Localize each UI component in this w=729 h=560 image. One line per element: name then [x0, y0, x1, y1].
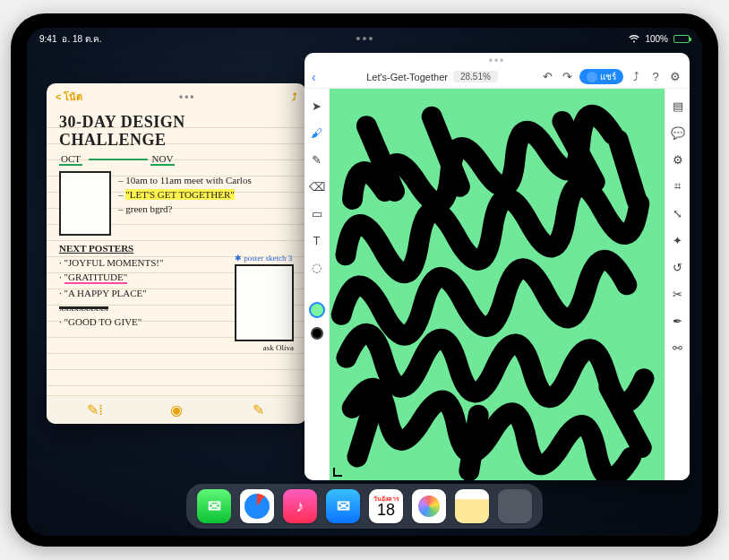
adjust-icon[interactable]: ⚙ [670, 151, 686, 168]
canvas-viewport[interactable] [330, 89, 665, 480]
app-folder[interactable] [498, 489, 532, 523]
cut-icon[interactable]: ✂ [670, 286, 686, 302]
notes-window[interactable]: < โน้ต ••• ⤴ 30-DAY DESIGN CHALLENGE OCT… [47, 83, 306, 424]
timeline-bar [89, 159, 148, 160]
handwriting-tool-icon[interactable]: ✎⁞ [85, 401, 105, 418]
notes-toolbar: ✎⁞ ◉ ✎ [47, 395, 306, 424]
notes-titlebar: < โน้ต ••• ⤴ [47, 83, 306, 107]
color-swatch-black[interactable] [311, 327, 323, 340]
compass-icon [244, 494, 270, 519]
photos-flower-icon [418, 495, 440, 517]
wifi-icon [629, 35, 639, 43]
status-date: อ. 18 ต.ค. [62, 32, 101, 46]
pen-icon[interactable]: ✒ [670, 313, 686, 329]
ipad-device-frame: 9:41 อ. 18 ต.ค. ••• 100% < โน้ต ••• ⤴ 30… [11, 13, 718, 547]
eraser-tool-icon[interactable]: ⌫ [309, 178, 325, 194]
left-tool-column: ➤ 🖌 ✎ ⌫ ▭ T ◌ [304, 89, 330, 480]
status-time: 9:41 [39, 34, 56, 44]
straighten-icon[interactable]: ↺ [670, 259, 686, 275]
multitask-indicator[interactable]: ••• [356, 31, 375, 46]
transform-icon[interactable]: ⤡ [670, 205, 686, 221]
poster-scratched: xxxxxxxxxx [59, 302, 229, 313]
dock: ✉ ♪ ✉ วันอังคาร 18 [186, 484, 543, 529]
lasso-tool-icon[interactable]: ◌ [309, 259, 325, 275]
color-swatch-green[interactable] [311, 304, 323, 316]
status-bar: 9:41 อ. 18 ต.ค. ••• 100% [27, 28, 702, 47]
note-title-line1: 30-DAY DESIGN [59, 114, 294, 130]
app-safari[interactable] [240, 489, 274, 523]
brush-tool-icon[interactable]: 🖌 [309, 125, 325, 141]
settings-icon[interactable]: ⚙ [668, 70, 682, 83]
screen: 9:41 อ. 18 ต.ค. ••• 100% < โน้ต ••• ⤴ 30… [27, 28, 702, 536]
artwork-canvas[interactable] [330, 89, 665, 480]
bullet-together: "LET'S GET TOGETHER" [125, 189, 235, 200]
sketch-footer: ask Oliva [235, 343, 294, 352]
poster-gratitude: "GRATITUDE" [64, 271, 128, 284]
month-from: OCT [59, 153, 82, 166]
shape-tool-icon[interactable]: ▭ [309, 205, 325, 221]
back-to-notes[interactable]: < โน้ต [56, 89, 82, 105]
calendar-day: 18 [377, 502, 395, 518]
sketch-label: poster sketch 3 [244, 254, 292, 263]
camera-icon[interactable]: ◉ [167, 401, 186, 418]
right-tool-column: ▤ 💬 ⚙ ⌗ ⤡ ✦ ↺ ✂ ✒ ⚯ [665, 89, 690, 480]
markup-icon[interactable]: ✎ [248, 401, 268, 418]
bullet-bg: green bgrd? [125, 203, 172, 214]
resize-handle-icon[interactable] [333, 464, 346, 477]
note-canvas[interactable]: 30-DAY DESIGN CHALLENGE OCT NOV – 10am t… [47, 107, 306, 395]
lettering-artwork [330, 89, 665, 480]
poster-happy: "A HAPPY PLACE" [64, 288, 147, 298]
layers-icon[interactable]: ▤ [670, 98, 686, 114]
move-tool-icon[interactable]: ➤ [309, 98, 325, 114]
poster-sketch-2 [235, 264, 294, 341]
design-app-window[interactable]: ••• ‹ Let's-Get-Together 28.51% ↶ ↷ แชร์… [304, 53, 690, 480]
app-photos[interactable] [412, 489, 446, 523]
back-icon[interactable]: ‹ [312, 70, 324, 84]
poster-sketch-1 [59, 171, 111, 236]
zoom-level[interactable]: 28.51% [453, 71, 498, 82]
window-controls-icon[interactable]: ••• [179, 90, 196, 103]
poster-joyful: "JOYFUL MOMENTS!" [64, 257, 164, 268]
poster-good: "GOOD TO GIVE" [64, 316, 142, 327]
app-messages[interactable]: ✉ [197, 489, 231, 523]
pencil-tool-icon[interactable]: ✎ [309, 151, 325, 168]
app-notes[interactable] [455, 489, 489, 523]
battery-percent: 100% [645, 34, 668, 44]
share-icon[interactable]: ⤴ [292, 91, 297, 102]
link-icon[interactable]: ⚯ [670, 340, 686, 356]
redo-icon[interactable]: ↷ [560, 70, 574, 83]
avatar-icon [587, 72, 597, 82]
note-title-line2: CHALLENGE [59, 132, 294, 148]
help-icon[interactable]: ? [648, 70, 663, 83]
export-icon[interactable]: ⤴ [629, 70, 643, 83]
stage-manager-area: < โน้ต ••• ⤴ 30-DAY DESIGN CHALLENGE OCT… [27, 49, 702, 484]
heading-next-posters: NEXT POSTERS [59, 243, 294, 254]
battery-icon [673, 35, 690, 43]
undo-icon[interactable]: ↶ [540, 70, 554, 83]
bullet-meeting: 10am to 11am meet with Carlos [125, 175, 251, 185]
design-toolbar: ‹ Let's-Get-Together 28.51% ↶ ↷ แชร์ ⤴ ?… [304, 67, 690, 89]
comments-icon[interactable]: 💬 [670, 125, 686, 141]
document-title[interactable]: Let's-Get-Together [366, 72, 448, 82]
crop-icon[interactable]: ⌗ [670, 178, 686, 194]
app-music[interactable]: ♪ [283, 489, 317, 523]
month-to: NOV [150, 153, 176, 166]
share-button[interactable]: แชร์ [579, 69, 623, 84]
text-tool-icon[interactable]: T [309, 232, 325, 248]
effects-icon[interactable]: ✦ [670, 232, 686, 248]
app-calendar[interactable]: วันอังคาร 18 [369, 489, 403, 523]
app-mail[interactable]: ✉ [326, 489, 360, 523]
window-controls-icon[interactable]: ••• [304, 53, 690, 67]
